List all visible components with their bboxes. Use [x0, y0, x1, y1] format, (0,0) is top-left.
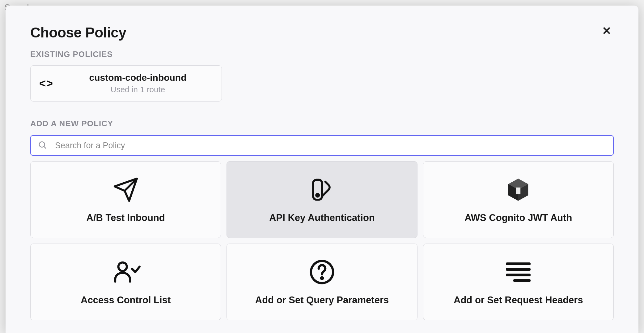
policy-label: Access Control List	[81, 295, 171, 306]
question-icon	[309, 258, 335, 286]
svg-point-7	[321, 277, 323, 279]
policy-label: API Key Authentication	[269, 212, 375, 223]
search-wrap	[30, 135, 614, 156]
code-icon: < >	[39, 77, 52, 90]
existing-policy-name: custom-code-inbound	[66, 72, 209, 83]
svg-point-5	[118, 262, 127, 271]
policy-search-input[interactable]	[30, 135, 614, 156]
existing-policy-subtext: Used in 1 route	[66, 85, 209, 94]
policy-card-ab-test[interactable]: A/B Test Inbound	[30, 161, 221, 238]
swatch-icon	[309, 176, 335, 204]
modal-title: Choose Policy	[30, 24, 126, 41]
existing-policy-text: custom-code-inbound Used in 1 route	[66, 72, 209, 94]
close-icon: ✕	[602, 24, 611, 37]
cube-icon	[505, 176, 532, 204]
policy-card-acl[interactable]: Access Control List	[30, 244, 221, 320]
add-new-policy-label: ADD A NEW POLICY	[30, 119, 614, 128]
lines-icon	[506, 258, 531, 286]
policy-label: AWS Cognito JWT Auth	[464, 212, 572, 223]
policy-card-api-key-auth[interactable]: API Key Authentication	[227, 161, 417, 238]
policy-label: Add or Set Query Parameters	[255, 295, 389, 306]
svg-point-3	[316, 194, 319, 197]
svg-rect-4	[516, 188, 520, 194]
policy-card-aws-cognito[interactable]: AWS Cognito JWT Auth	[423, 161, 614, 238]
policy-label: Add or Set Request Headers	[454, 295, 583, 306]
choose-policy-modal: Choose Policy ✕ EXISTING POLICIES < > cu…	[6, 6, 638, 333]
policy-grid: A/B Test Inbound API Key Authentication	[30, 161, 614, 320]
close-button[interactable]: ✕	[600, 24, 614, 38]
existing-policy-card[interactable]: < > custom-code-inbound Used in 1 route	[30, 65, 222, 102]
user-check-icon	[111, 258, 141, 286]
existing-policies-label: EXISTING POLICIES	[30, 50, 614, 59]
policy-card-request-headers[interactable]: Add or Set Request Headers	[423, 244, 614, 320]
modal-header: Choose Policy ✕	[30, 24, 614, 41]
send-icon	[112, 176, 139, 204]
policy-label: A/B Test Inbound	[87, 212, 165, 223]
policy-card-query-params[interactable]: Add or Set Query Parameters	[227, 244, 417, 320]
